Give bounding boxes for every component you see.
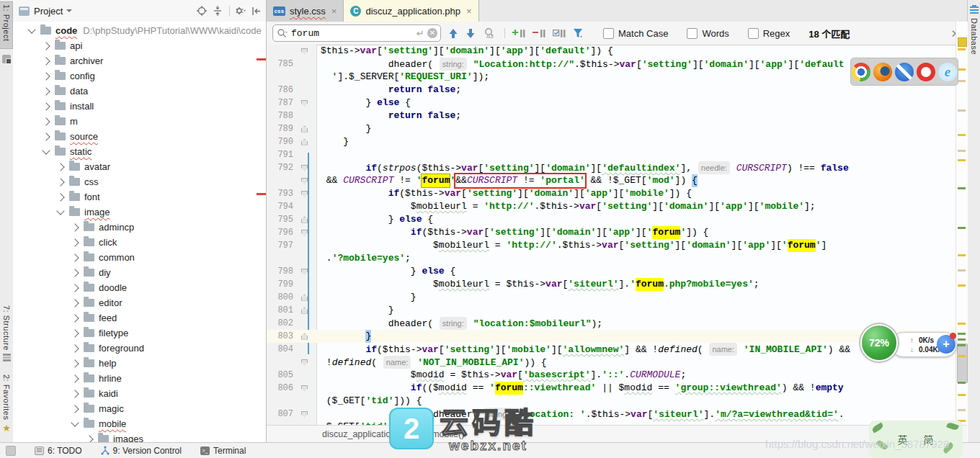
search-input[interactable] (288, 28, 416, 39)
gear-icon[interactable] (234, 5, 246, 17)
chevron-right-icon[interactable] (42, 102, 50, 110)
tree-item-archiver[interactable]: archiver (13, 53, 266, 68)
tree-item-config[interactable]: config (13, 68, 266, 84)
stripe-mark[interactable] (958, 284, 966, 287)
chevron-right-icon[interactable] (71, 359, 79, 367)
chevron-right-icon[interactable] (71, 299, 79, 307)
fold-marker-icon[interactable] (301, 178, 308, 184)
remove-occurrence-button[interactable] (533, 28, 545, 39)
words-option[interactable]: Words (687, 28, 729, 39)
fold-marker-icon[interactable] (301, 230, 308, 236)
tree-item-editor[interactable]: editor (13, 295, 266, 310)
next-occurrence-button[interactable] (466, 28, 476, 39)
locate-file-button[interactable] (196, 5, 208, 17)
fold-marker-icon[interactable] (301, 295, 308, 301)
tool-button-project[interactable]: 1: Project (0, 1, 13, 49)
fold-marker-icon[interactable] (301, 100, 308, 107)
fold-marker-icon[interactable] (301, 269, 308, 275)
fold-marker-icon[interactable] (301, 126, 308, 133)
fold-marker-icon[interactable] (301, 48, 308, 55)
network-speed-overlay[interactable]: ↑0K/s ↓0.04K/s 72% + (862, 325, 963, 364)
words-checkbox[interactable] (687, 28, 698, 39)
chrome-icon[interactable] (852, 63, 870, 81)
fold-marker-icon[interactable] (301, 411, 308, 418)
stripe-mark[interactable] (958, 323, 966, 325)
fold-marker-icon[interactable] (301, 359, 308, 366)
tree-item-data[interactable]: data (13, 84, 266, 99)
chevron-right-icon[interactable] (85, 435, 93, 442)
chevron-down-icon[interactable] (42, 146, 50, 154)
tree-item-code[interactable]: codeD:\phpStudy\PHPTutorial\WWW\kaidi\co… (13, 23, 266, 38)
memory-usage-ball[interactable]: 72% (862, 325, 896, 360)
tree-item-api[interactable]: api (13, 38, 266, 53)
chevron-right-icon[interactable] (71, 374, 79, 382)
tree-item-static[interactable]: static (13, 144, 266, 159)
stripe-mark[interactable] (958, 159, 966, 161)
tree-item-magic[interactable]: magic (13, 401, 266, 416)
tree-item-kaidi[interactable]: kaidi (13, 386, 266, 401)
toolwindow-toggle-icon[interactable] (6, 446, 16, 456)
chevron-down-icon[interactable] (66, 9, 72, 12)
add-occurrence-button[interactable] (512, 28, 525, 39)
tree-item-install[interactable]: install (13, 99, 266, 114)
tree-item-click[interactable]: click (13, 235, 266, 250)
search-icon[interactable] (277, 28, 288, 38)
close-icon[interactable]: × (466, 6, 472, 17)
error-stripe[interactable] (956, 22, 968, 442)
match-case-option[interactable]: Match Case (603, 28, 668, 39)
tree-item-hrline[interactable]: hrline (13, 371, 266, 386)
chevron-right-icon[interactable] (71, 253, 79, 261)
chevron-right-icon[interactable] (42, 57, 50, 65)
fold-marker-icon[interactable] (301, 217, 308, 223)
chevron-right-icon[interactable] (71, 329, 79, 337)
chevron-right-icon[interactable] (71, 284, 79, 292)
collapse-all-button[interactable] (212, 5, 223, 17)
search-field[interactable]: ↵ ✕ (272, 24, 441, 42)
chevron-right-icon[interactable] (42, 72, 50, 80)
tree-item-admincp[interactable]: admincp (13, 220, 266, 235)
chevron-right-icon[interactable] (56, 193, 64, 201)
chevron-right-icon[interactable] (42, 42, 50, 50)
stripe-mark[interactable] (958, 48, 966, 50)
find-all-button[interactable]: ALL (483, 27, 496, 39)
chevron-down-icon[interactable] (56, 207, 64, 215)
tool-button-database[interactable]: Database (970, 18, 979, 55)
status-item-version-control[interactable]: 9: Version Control (101, 446, 182, 456)
tab-discuz-application-php[interactable]: C discuz_application.php × (344, 0, 478, 22)
tree-item-image[interactable]: image (13, 205, 266, 220)
tool-button-structure[interactable]: 7: Structure (0, 305, 13, 362)
tree-item-doodle[interactable]: doodle (13, 280, 266, 295)
close-icon[interactable]: × (331, 6, 337, 17)
status-item-todo[interactable]: 6: TODO (35, 446, 82, 456)
chevron-right-icon[interactable] (42, 87, 50, 95)
chevron-right-icon[interactable] (71, 344, 79, 352)
chevron-right-icon[interactable] (71, 238, 79, 246)
tree-item-css[interactable]: css (13, 174, 266, 189)
stripe-mark[interactable] (958, 254, 966, 256)
chevron-right-icon[interactable] (71, 390, 79, 398)
stripe-mark[interactable] (958, 409, 966, 411)
chevron-right-icon[interactable] (71, 269, 79, 277)
tool-button-favorites[interactable]: 2: Favorites ★ (0, 374, 13, 434)
chevron-right-icon[interactable] (56, 178, 64, 186)
fold-marker-icon[interactable] (301, 191, 308, 197)
stripe-mark[interactable] (958, 150, 966, 152)
safari-icon[interactable] (895, 63, 914, 81)
chevron-down-icon[interactable] (27, 25, 35, 33)
clear-search-icon[interactable]: ✕ (427, 28, 437, 38)
select-all-occurrences-button[interactable] (553, 28, 566, 39)
tree-item-diy[interactable]: diy (13, 265, 266, 280)
stripe-mark[interactable] (958, 269, 966, 271)
chevron-right-icon[interactable] (42, 117, 50, 125)
tree-item-mobile[interactable]: mobile (13, 416, 266, 431)
filter-icon[interactable] (573, 28, 584, 39)
fold-marker-icon[interactable] (301, 165, 308, 171)
fold-marker-icon[interactable] (301, 385, 308, 392)
stripe-mark[interactable] (958, 187, 966, 189)
fold-marker-icon[interactable] (301, 333, 308, 340)
ie-icon[interactable]: e (938, 63, 957, 81)
breadcrumb-item[interactable]: discuz_application (322, 429, 396, 439)
chevron-right-icon[interactable] (71, 223, 79, 231)
tree-item-foreground[interactable]: foreground (13, 341, 266, 356)
tree-item-common[interactable]: common (13, 250, 266, 265)
